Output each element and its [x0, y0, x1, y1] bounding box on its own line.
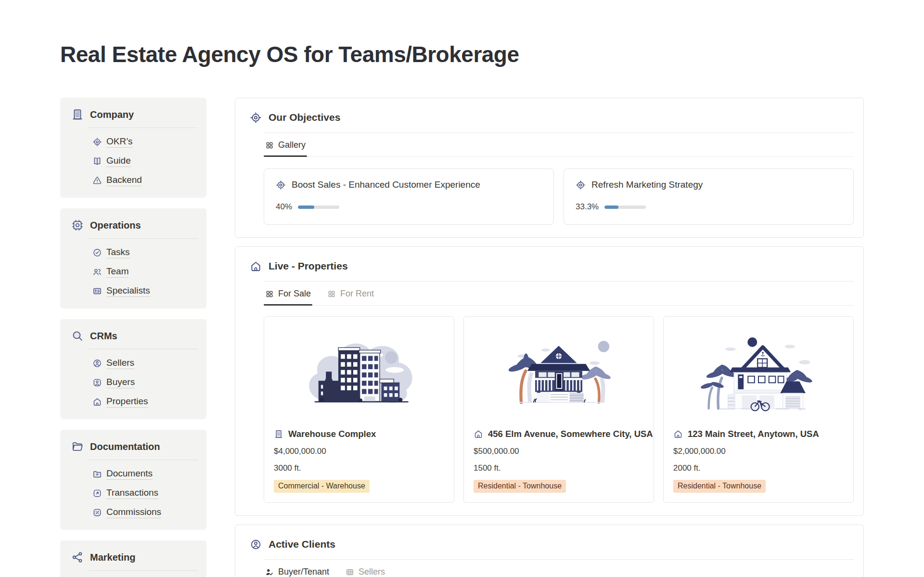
objective-title: Boost Sales - Enhanced Customer Experien… — [292, 180, 480, 190]
divider — [89, 460, 198, 460]
person-check-icon — [265, 568, 274, 577]
tab-buyer-tenant[interactable]: Buyer/Tenant — [264, 560, 331, 577]
tab-sellers[interactable]: Sellers — [344, 560, 386, 577]
tab-for-sale[interactable]: For Sale — [264, 282, 312, 305]
chip-icon — [71, 219, 84, 231]
sidebar-item-label: Buyers — [106, 376, 135, 388]
page-title: Real Estate Agency OS for Teams/Brokerag… — [60, 41, 924, 68]
section-title: Active Clients — [269, 538, 335, 551]
properties-section: Live - Properties For Sale For Rent — [235, 246, 864, 516]
sidebar-item-team[interactable]: Team — [92, 266, 198, 278]
search-icon — [71, 330, 84, 342]
sidebar-item-okrs[interactable]: OKR’s — [92, 136, 198, 148]
property-price: $4,000,000.00 — [274, 447, 444, 456]
property-type-badge: Residential - Townhouse — [474, 480, 566, 493]
property-area: 3000 ft. — [274, 463, 444, 473]
sidebar-section-title: Marketing — [90, 551, 135, 564]
property-card-456-elm-avenue[interactable]: 456 Elm Avenue, Somewhere City, USA $500… — [463, 316, 654, 503]
building-icon — [71, 108, 84, 121]
sidebar-section-operations: Operations Tasks Team Specialists — [60, 208, 206, 308]
target-icon — [92, 137, 102, 147]
property-name: Warehouse Complex — [288, 429, 376, 439]
property-name: 456 Elm Avenue, Somewhere City, USA — [488, 429, 653, 439]
progress-percent: 33.3% — [576, 202, 599, 212]
gallery-grid-icon — [265, 141, 274, 150]
tab-label: Sellers — [359, 567, 385, 577]
objective-title: Refresh Marketing Strategy — [591, 180, 703, 190]
progress-percent: 40% — [276, 202, 292, 212]
sidebar-item-label: Tasks — [106, 246, 130, 258]
tab-label: Buyer/Tenant — [278, 567, 329, 577]
property-illustration-city-buildings — [264, 317, 454, 421]
sidebar-item-guide[interactable]: Guide — [92, 155, 198, 167]
sidebar-item-properties[interactable]: Properties — [92, 396, 198, 408]
divider — [89, 128, 198, 128]
user-circle-icon — [92, 359, 102, 368]
book-icon — [92, 156, 102, 166]
user-square-icon — [92, 378, 102, 387]
home-icon — [92, 397, 102, 407]
property-illustration-white-beach-house — [664, 317, 853, 421]
sidebar-item-label: Sellers — [106, 357, 134, 369]
building-icon — [274, 429, 283, 439]
users-icon — [92, 267, 102, 277]
target-icon — [250, 112, 262, 124]
sidebar-item-label: Transactions — [106, 487, 158, 499]
sidebar-section-title: CRMs — [90, 330, 117, 342]
property-type-badge: Commercial - Warehouse — [274, 480, 370, 493]
home-icon — [250, 260, 262, 272]
sidebar-section-crms: CRMs Sellers Buyers Properties — [60, 319, 206, 419]
sidebar-section-title: Company — [90, 108, 134, 121]
divider — [89, 570, 198, 571]
gallery-grid-icon — [265, 290, 274, 298]
sidebar-item-documents[interactable]: Documents — [92, 468, 198, 480]
sidebar-item-backend[interactable]: Backend — [92, 174, 198, 186]
sidebar-section-marketing: Marketing Brand Assets — [60, 540, 206, 577]
property-price: $500,000.00 — [474, 447, 644, 456]
tab-label: For Rent — [340, 289, 374, 299]
property-card-123-main-street[interactable]: 123 Main Street, Anytown, USA $2,000,000… — [663, 316, 854, 503]
sidebar-item-buyers[interactable]: Buyers — [92, 376, 198, 388]
progress-bar — [604, 205, 646, 209]
sidebar-item-specialists[interactable]: Specialists — [92, 285, 198, 297]
sidebar-item-sellers[interactable]: Sellers — [92, 357, 198, 369]
property-name: 123 Main Street, Anytown, USA — [688, 429, 819, 439]
property-type-badge: Residential - Townhouse — [673, 480, 766, 493]
sidebar-item-label: Specialists — [106, 285, 150, 297]
home-icon — [474, 429, 483, 439]
property-area: 1500 ft. — [474, 463, 644, 473]
property-card-warehouse-complex[interactable]: Warehouse Complex $4,000,000.00 3000 ft.… — [264, 316, 454, 503]
sidebar-item-label: Guide — [106, 155, 131, 167]
app-window: Real Estate Agency OS for Teams/Brokerag… — [0, 0, 924, 577]
percent-icon — [92, 508, 102, 517]
clients-tabs: Buyer/Tenant Sellers — [264, 560, 854, 577]
sidebar-item-label: Commissions — [106, 506, 161, 518]
objective-card-boost-sales[interactable]: Boost Sales - Enhanced Customer Experien… — [264, 168, 554, 225]
objectives-tabs: Gallery — [264, 133, 854, 157]
sidebar-item-tasks[interactable]: Tasks — [92, 246, 198, 258]
sidebar-item-label: Team — [106, 266, 128, 278]
main-content: Our Objectives Gallery B — [235, 98, 864, 577]
external-link-icon — [92, 488, 102, 498]
objective-card-refresh-marketing[interactable]: Refresh Marketing Strategy 33.3% — [564, 168, 854, 225]
target-icon — [276, 180, 286, 190]
tab-gallery[interactable]: Gallery — [264, 133, 307, 156]
sidebar-item-commissions[interactable]: Commissions — [92, 506, 198, 518]
sidebar-item-label: Backend — [106, 174, 142, 186]
sidebar-section-documentation: Documentation Documents Transactions Com… — [60, 430, 206, 530]
property-area: 2000 ft. — [673, 463, 844, 473]
section-title: Live - Properties — [269, 259, 348, 273]
progress-fill — [298, 205, 314, 209]
tab-label: Gallery — [278, 140, 306, 150]
user-circle-icon — [250, 539, 262, 551]
divider — [89, 349, 198, 349]
sidebar: Company OKR’s Guide Backend — [60, 98, 206, 577]
sidebar-item-transactions[interactable]: Transactions — [92, 487, 198, 499]
share-nodes-icon — [71, 551, 84, 564]
tab-for-rent[interactable]: For Rent — [326, 282, 375, 305]
id-card-icon — [92, 286, 102, 296]
sidebar-section-title: Documentation — [90, 440, 160, 453]
sidebar-section-title: Operations — [90, 219, 141, 231]
sidebar-item-label: Documents — [106, 468, 153, 480]
gallery-grid-icon — [327, 290, 336, 298]
